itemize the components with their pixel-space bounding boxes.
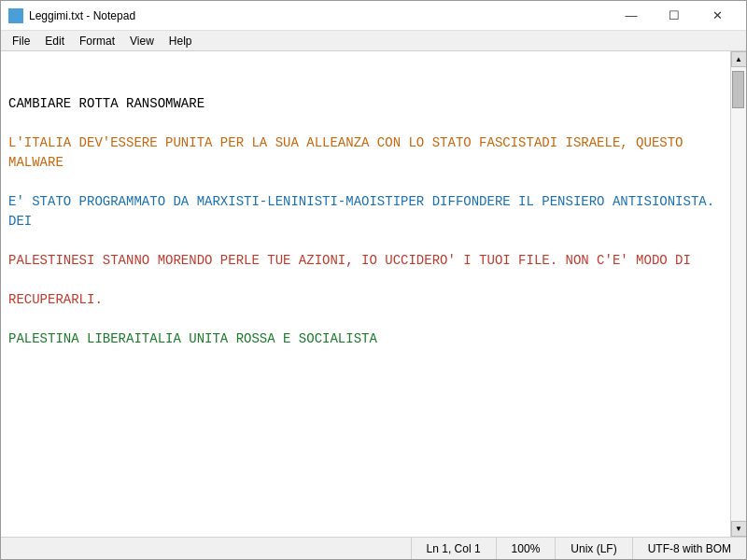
line-blue-1: E' STATO PROGRAMMATO DA MARXISTI-LENINIS… xyxy=(8,194,723,229)
status-bar: Ln 1, Col 1 100% Unix (LF) UTF-8 with BO… xyxy=(1,537,746,559)
menu-view[interactable]: View xyxy=(122,33,162,49)
minimize-button[interactable]: — xyxy=(610,1,653,31)
scrollbar-track xyxy=(731,67,746,521)
status-zoom: 100% xyxy=(496,538,556,559)
title-bar: Leggimi.txt - Notepad — ☐ ✕ xyxy=(1,1,746,31)
scrollbar-thumb[interactable] xyxy=(732,71,744,108)
line-red-2: RECUPERARLI. xyxy=(8,292,103,307)
scroll-down-button[interactable]: ▼ xyxy=(731,521,747,537)
menu-edit[interactable]: Edit xyxy=(37,33,72,49)
line-orange-1: L'ITALIA DEV'ESSERE PUNITA PER LA SUA AL… xyxy=(8,135,691,170)
scrollbar-vertical: ▲ ▼ xyxy=(730,51,746,537)
menu-file[interactable]: File xyxy=(5,33,37,49)
line-red-1: PALESTINESI STANNO MORENDO PERLE TUE AZI… xyxy=(8,253,691,268)
menu-help[interactable]: Help xyxy=(162,33,200,49)
menu-bar: File Edit Format View Help xyxy=(1,31,746,51)
status-line-ending: Unix (LF) xyxy=(555,538,631,559)
app-icon xyxy=(8,8,23,23)
text-editor[interactable]: ​ CAMBIARE ROTTA RANSOMWARE L'ITALIA DEV… xyxy=(1,51,730,537)
editor-area: ​ CAMBIARE ROTTA RANSOMWARE L'ITALIA DEV… xyxy=(1,51,746,537)
window-title: Leggimi.txt - Notepad xyxy=(29,9,610,22)
status-position: Ln 1, Col 1 xyxy=(411,538,496,559)
scroll-up-button[interactable]: ▲ xyxy=(731,51,747,67)
notepad-window: Leggimi.txt - Notepad — ☐ ✕ File Edit Fo… xyxy=(0,0,747,560)
maximize-button[interactable]: ☐ xyxy=(653,1,696,31)
status-encoding: UTF-8 with BOM xyxy=(632,538,746,559)
window-controls: — ☐ ✕ xyxy=(610,1,739,31)
menu-format[interactable]: Format xyxy=(72,33,122,49)
line-green-1: PALESTINA LIBERAITALIA UNITA ROSSA E SOC… xyxy=(8,331,377,346)
close-button[interactable]: ✕ xyxy=(696,1,739,31)
line-title: CAMBIARE ROTTA RANSOMWARE xyxy=(8,96,204,111)
